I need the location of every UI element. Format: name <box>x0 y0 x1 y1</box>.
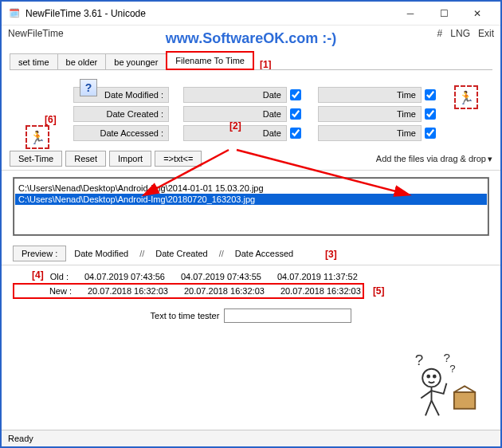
chk-created-date[interactable] <box>290 108 301 120</box>
maximize-button[interactable]: ☐ <box>427 2 461 25</box>
label-date-created: Date Created : <box>73 106 169 122</box>
tester-label: Text to time tester <box>151 311 220 320</box>
preview-body: Old : 04.07.2019 07:43:56 04.07.2019 07:… <box>2 265 500 304</box>
row-date-modified: Date Modified : Date Time <box>73 85 492 104</box>
annotation-4: [4] <box>32 269 44 281</box>
new-modified: 20.07.2018 16:32:03 <box>88 286 168 296</box>
reset-button[interactable]: Reset <box>65 151 106 167</box>
chk-accessed-date[interactable] <box>290 128 301 139</box>
tester-row: Text to time tester <box>13 308 489 323</box>
status-text: Ready <box>8 434 33 443</box>
close-button[interactable]: ✕ <box>461 2 494 25</box>
col-sep <box>136 249 147 258</box>
chk-created-time[interactable] <box>425 108 436 120</box>
field-modified-date[interactable]: Date <box>183 87 287 103</box>
menu-exit[interactable]: Exit <box>478 28 494 39</box>
tab-filename-to-time[interactable]: Filename To Time <box>166 51 254 70</box>
toolbar: Set-Time Reset Import =>txt<= Add the fi… <box>2 147 500 171</box>
txt-button[interactable]: =>txt<= <box>155 151 202 167</box>
chk-accessed-time[interactable] <box>425 128 436 139</box>
svg-point-2 <box>433 375 436 378</box>
chk-modified-time[interactable] <box>425 89 436 100</box>
file-list[interactable]: C:\Users\Nenad\Desktop\Android-Img\2014-… <box>13 177 489 236</box>
col-accessed: Date Accessed <box>235 249 293 258</box>
menu-bar: NewFileTime # LNG Exit <box>2 26 500 41</box>
svg-text:?: ? <box>449 363 455 375</box>
preview-bar: Preview : Date Modified Date Created Dat… <box>2 242 500 265</box>
window-title: NewFileTime 3.61 - Unicode <box>25 8 146 19</box>
tab-be-older[interactable]: be older <box>57 53 107 70</box>
tester-input[interactable] <box>224 308 351 323</box>
annotation-5: [5] <box>373 285 385 297</box>
menu-newfiletime[interactable]: NewFileTime <box>8 28 64 39</box>
menu-lng[interactable]: LNG <box>450 28 470 39</box>
title-bar: 🗓️ NewFileTime 3.61 - Unicode ─ ☐ ✕ <box>2 2 500 26</box>
preview-new-row: New : 20.07.2018 16:32:03 20.07.2018 16:… <box>13 283 364 299</box>
label-date-accessed: Date Accessed : <box>73 125 169 141</box>
field-modified-time[interactable]: Time <box>318 87 422 103</box>
annotation-2: [2] <box>229 120 241 132</box>
tab-be-younger[interactable]: be younger <box>105 53 167 70</box>
action-icon-right[interactable]: 🏃 <box>454 85 478 109</box>
help-icon[interactable]: ? <box>80 79 97 96</box>
annotation-1: [1] <box>260 59 272 70</box>
svg-rect-6 <box>454 392 475 409</box>
tab-strip: set time be older be younger Filename To… <box>10 51 492 70</box>
confused-doodle-icon: ? ? ? <box>407 352 483 419</box>
col-modified: Date Modified <box>74 249 128 258</box>
form-area: ? Date Modified : Date Time Date Created… <box>10 79 492 147</box>
old-created: 04.07.2019 07:43:55 <box>181 272 261 281</box>
annotation-3: [3] <box>325 249 337 260</box>
import-button[interactable]: Import <box>109 151 151 167</box>
preview-old-row: Old : 04.07.2019 07:43:56 04.07.2019 07:… <box>13 270 489 283</box>
drag-hint[interactable]: Add the files via drag & drop ▾ <box>376 154 492 164</box>
chevron-down-icon: ▾ <box>488 154 492 164</box>
file-row[interactable]: C:\Users\Nenad\Desktop\Android-Img\2014-… <box>15 183 487 194</box>
menu-hash[interactable]: # <box>437 28 443 39</box>
preview-button[interactable]: Preview : <box>13 246 66 261</box>
col-sep <box>216 249 227 258</box>
new-label: New : <box>16 286 72 296</box>
set-time-button[interactable]: Set-Time <box>10 151 62 167</box>
row-date-accessed: Date Accessed : Date Time <box>73 124 492 143</box>
field-created-time[interactable]: Time <box>318 106 422 122</box>
col-created: Date Created <box>155 249 207 258</box>
tab-set-time[interactable]: set time <box>10 53 58 70</box>
new-accessed: 20.07.2018 16:32:03 <box>280 286 361 296</box>
svg-text:?: ? <box>415 352 424 368</box>
app-icon: 🗓️ <box>8 7 21 20</box>
annotation-6: [6] <box>45 114 57 125</box>
file-row[interactable]: C:\Users\Nenad\Desktop\Android-Img\20180… <box>15 194 487 205</box>
action-icon-left[interactable]: 🏃 <box>25 125 49 149</box>
old-accessed: 04.07.2019 11:37:52 <box>277 272 358 281</box>
field-accessed-time[interactable]: Time <box>318 125 422 141</box>
chk-modified-date[interactable] <box>290 89 301 100</box>
svg-point-0 <box>422 369 441 387</box>
status-bar: Ready <box>2 430 500 446</box>
new-created: 20.07.2018 16:32:03 <box>184 286 265 296</box>
svg-point-1 <box>427 375 429 378</box>
old-modified: 04.07.2019 07:43:56 <box>84 272 165 281</box>
row-date-created: Date Created : Date Time <box>73 104 492 124</box>
field-created-date[interactable]: Date <box>183 106 287 122</box>
minimize-button[interactable]: ─ <box>394 2 427 25</box>
